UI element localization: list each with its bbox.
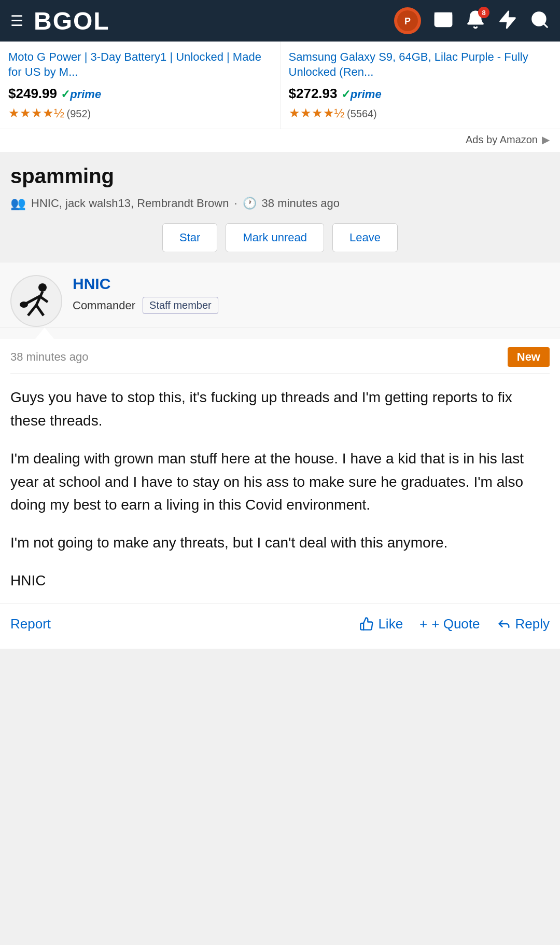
post-paragraph-4: HNIC — [10, 569, 550, 593]
reply-button[interactable]: Reply — [497, 616, 550, 632]
ads-section: Moto G Power | 3-Day Battery1 | Unlocked… — [0, 42, 560, 129]
post-timestamp-row: 38 minutes ago New — [10, 339, 550, 374]
mark-unread-button[interactable]: Mark unread — [226, 223, 324, 252]
thread-header: spamming 👥 HNIC, jack walsh13, Rembrandt… — [0, 152, 560, 261]
participants-icon: 👥 — [10, 196, 26, 211]
notification-badge: 8 — [478, 7, 489, 18]
svg-text:P: P — [404, 16, 411, 26]
ad-card-1[interactable]: Moto G Power | 3-Day Battery1 | Unlocked… — [0, 42, 281, 129]
reply-icon — [497, 617, 511, 631]
notifications-icon[interactable]: 8 — [466, 10, 485, 32]
post-paragraph-1: Guys you have to stop this, it's fucking… — [10, 386, 550, 433]
svg-line-10 — [40, 297, 48, 302]
header-icons: P 8 — [394, 7, 550, 34]
post-author-role-row: Commander Staff member — [73, 297, 550, 314]
thread-actions: Star Mark unread Leave — [10, 223, 550, 252]
reply-label: Reply — [515, 616, 550, 632]
svg-point-9 — [20, 302, 28, 308]
avatar[interactable]: P — [394, 7, 421, 34]
like-button[interactable]: Like — [359, 616, 403, 632]
mail-icon[interactable] — [433, 10, 453, 32]
post-container: HNIC Commander Staff member 38 minutes a… — [0, 263, 560, 649]
quote-button[interactable]: + + Quote — [419, 616, 480, 632]
ad-title-1: Moto G Power | 3-Day Battery1 | Unlocked… — [8, 50, 272, 79]
post-avatar[interactable] — [10, 275, 62, 327]
star-button[interactable]: Star — [162, 223, 217, 252]
quote-icon: + — [419, 616, 427, 632]
ad-price-2: $272.93 ✓prime — [289, 86, 552, 102]
post-body: 38 minutes ago New Guys you have to stop… — [0, 339, 560, 603]
ad-stars-2: ★★★★½ — [289, 106, 345, 120]
ad-reviews-1: (952) — [66, 108, 91, 119]
post-author-row: HNIC Commander Staff member — [0, 263, 560, 327]
svg-point-6 — [38, 283, 47, 292]
post-author-name[interactable]: HNIC — [73, 275, 550, 293]
post-footer-right: Like + + Quote Reply — [359, 616, 550, 632]
staff-member-badge: Staff member — [143, 297, 218, 314]
like-icon — [359, 617, 374, 631]
svg-line-11 — [28, 305, 36, 316]
ad-card-2[interactable]: Samsung Galaxy S9, 64GB, Lilac Purple - … — [281, 42, 561, 129]
post-paragraph-3: I'm not going to make any threats, but I… — [10, 531, 550, 555]
thread-time: 38 minutes ago — [262, 197, 340, 210]
svg-marker-3 — [500, 11, 515, 28]
report-link[interactable]: Report — [10, 616, 51, 632]
thread-meta: 👥 HNIC, jack walsh13, Rembrandt Brown · … — [10, 196, 550, 211]
ad-title-2: Samsung Galaxy S9, 64GB, Lilac Purple - … — [289, 50, 552, 79]
thread-title: spamming — [10, 165, 550, 188]
like-label: Like — [378, 616, 403, 632]
svg-line-12 — [36, 305, 44, 316]
post-paragraph-2: I'm dealing with grown man stuff here at… — [10, 447, 550, 517]
app-logo: BGOL — [34, 7, 394, 35]
menu-icon[interactable]: ☰ — [10, 12, 23, 30]
post-content: Guys you have to stop this, it's fucking… — [10, 376, 550, 603]
post-footer-left: Report — [10, 616, 51, 632]
post-timestamp: 38 minutes ago — [10, 350, 88, 364]
ads-arrow-icon: ▶ — [542, 133, 550, 146]
new-badge: New — [508, 347, 550, 367]
svg-line-5 — [543, 23, 547, 27]
post-author-role-label: Commander — [73, 299, 135, 312]
ad-reviews-2: (5564) — [347, 108, 377, 119]
post-author-info: HNIC Commander Staff member — [73, 275, 550, 324]
lightning-icon[interactable] — [498, 10, 517, 32]
search-icon[interactable] — [530, 10, 550, 32]
ad-stars-1: ★★★★½ — [8, 106, 64, 120]
clock-icon: 🕐 — [243, 197, 257, 210]
quote-label: + Quote — [431, 616, 480, 632]
thread-participants: HNIC, jack walsh13, Rembrandt Brown — [31, 197, 229, 210]
ads-by-amazon: Ads by Amazon ▶ — [0, 129, 560, 152]
ad-price-1: $249.99 ✓prime — [8, 86, 272, 102]
post-triangle — [0, 327, 560, 339]
app-header: ☰ BGOL P 8 — [0, 0, 560, 42]
post-footer: Report Like + + Quote Reply — [0, 603, 560, 649]
leave-button[interactable]: Leave — [332, 223, 398, 252]
